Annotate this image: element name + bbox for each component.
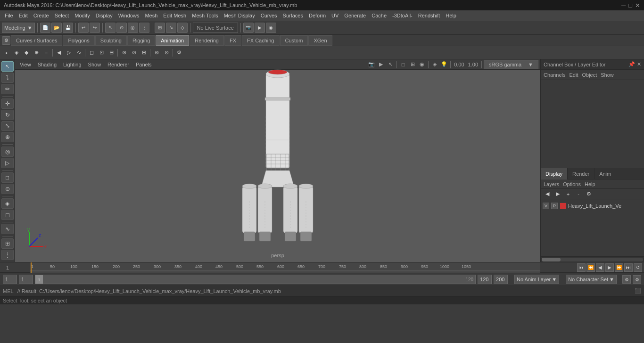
vp-panels-menu[interactable]: Panels — [133, 62, 155, 67]
menu-3dto[interactable]: -3DtoAll- — [389, 13, 415, 18]
menu-rendshift[interactable]: Rendshift — [415, 13, 443, 18]
frame-max-field[interactable]: 200 — [494, 275, 508, 284]
bend-btn[interactable]: ∿ — [1, 224, 14, 234]
tab-rigging[interactable]: Rigging — [127, 35, 155, 46]
scroll-thumb[interactable] — [542, 258, 561, 261]
set-key-icon[interactable]: ◀ — [54, 48, 64, 57]
redo-btn[interactable]: ↪ — [90, 23, 100, 33]
menu-uv[interactable]: UV — [329, 13, 341, 18]
layer-tab-display[interactable]: Display — [541, 168, 568, 180]
menu-surfaces[interactable]: Surfaces — [280, 13, 306, 18]
no-anim-layer-dropdown[interactable]: No Anim Layer ▼ — [514, 275, 559, 284]
snap-surface-btn[interactable]: ⊞ — [1, 238, 14, 249]
scroll-track[interactable] — [542, 258, 643, 261]
layer-remove-btn[interactable]: - — [574, 189, 583, 199]
vp-view-menu[interactable]: View — [17, 62, 34, 67]
lasso-btn[interactable]: ⊙ — [116, 23, 127, 33]
step-fwd-btn[interactable]: ⏩ — [615, 263, 623, 272]
key-all-icon[interactable]: ▪ — [2, 48, 11, 57]
tab-curves-surfaces[interactable]: Curves / Surfaces — [11, 35, 62, 46]
menu-help[interactable]: Help — [443, 13, 459, 18]
lasso-tool-btn[interactable]: ⊙ — [1, 184, 14, 194]
tab-sculpting[interactable]: Sculpting — [95, 35, 127, 46]
gear-icon[interactable]: ⚙ — [2, 36, 10, 45]
save-file-btn[interactable]: 💾 — [63, 23, 73, 33]
loop-btn[interactable]: ↺ — [634, 263, 642, 272]
menu-deform[interactable]: Deform — [306, 13, 329, 18]
goto-start-btn[interactable]: ⏮ — [577, 263, 586, 272]
options-menu[interactable]: Options — [563, 181, 581, 187]
key-options-btn[interactable]: ⚙ — [622, 275, 631, 284]
channel-box-pin-icon[interactable]: 📌 — [628, 61, 635, 67]
vp-texture-icon[interactable]: ◈ — [430, 60, 439, 69]
vp-wireframe-icon[interactable]: ⊞ — [408, 60, 417, 69]
key-selected-icon[interactable]: ◈ — [12, 48, 21, 57]
tab-rendering[interactable]: Rendering — [190, 35, 224, 46]
vp-shading-menu[interactable]: Shading — [35, 62, 59, 67]
goto-end-btn[interactable]: ⏭ — [624, 263, 633, 272]
rotate-btn[interactable]: ↻ — [1, 110, 14, 120]
channels-tab[interactable]: Channels — [544, 72, 565, 78]
tab-polygons[interactable]: Polygons — [63, 35, 94, 46]
open-file-btn[interactable]: 📂 — [51, 23, 62, 33]
breakdown-icon[interactable]: ⊕ — [32, 48, 41, 57]
maximize-button[interactable]: □ — [628, 2, 632, 9]
vp-select-icon[interactable]: ↖ — [386, 60, 395, 69]
vp-renderer-menu[interactable]: Renderer — [105, 62, 132, 67]
camera-btn[interactable]: 📷 — [243, 23, 254, 33]
viewport-canvas[interactable]: x y z persp — [15, 70, 540, 262]
tab-fx[interactable]: FX — [224, 35, 241, 46]
soft-mod-btn[interactable]: ◎ — [1, 147, 14, 157]
menu-generate[interactable]: Generate — [341, 13, 369, 18]
layer-tab-render[interactable]: Render — [568, 168, 594, 180]
key-shape-icon[interactable]: ◆ — [22, 48, 31, 57]
show-manip-btn[interactable]: ▷ — [1, 158, 14, 168]
object-tab[interactable]: Object — [582, 72, 597, 78]
select-btn[interactable]: ↖ — [105, 23, 116, 33]
char-set-options-btn[interactable]: ⚙ — [633, 275, 641, 284]
vp-cam-icon[interactable]: 📷 — [367, 60, 376, 69]
layers-menu[interactable]: Layers — [544, 181, 559, 187]
tab-xgen[interactable]: XGen — [308, 35, 332, 46]
nonlinear-icon[interactable]: ⊘ — [129, 48, 139, 57]
menu-cache[interactable]: Cache — [369, 13, 389, 18]
layer-add-btn[interactable]: + — [563, 189, 573, 199]
vp-light-icon[interactable]: 💡 — [440, 60, 448, 69]
menu-windows[interactable]: Windows — [116, 13, 142, 18]
new-file-btn[interactable]: 📄 — [40, 23, 50, 33]
vp-anim-icon[interactable]: ▶ — [377, 60, 385, 69]
menu-mesh[interactable]: Mesh — [142, 13, 160, 18]
motion-trail-icon[interactable]: ⊡ — [97, 48, 106, 57]
layer-options-btn[interactable]: ⚙ — [584, 189, 594, 199]
snap-grid-btn[interactable]: ⊞ — [155, 23, 165, 33]
layer-color-swatch[interactable] — [560, 203, 566, 209]
render-btn[interactable]: ▶ — [255, 23, 265, 33]
play-back-btn[interactable]: ◀ — [596, 263, 604, 272]
menu-edit[interactable]: Edit — [16, 13, 31, 18]
scale-btn[interactable]: ⤡ — [1, 121, 14, 131]
undo-btn[interactable]: ↩ — [78, 23, 89, 33]
vp-lighting-menu[interactable]: Lighting — [60, 62, 84, 67]
menu-curves[interactable]: Curves — [258, 13, 280, 18]
help-menu[interactable]: Help — [585, 181, 595, 187]
marquee-select-btn[interactable]: □ — [1, 172, 14, 183]
rect-btn[interactable]: ◻ — [1, 210, 14, 220]
tab-animation[interactable]: Animation — [156, 35, 189, 46]
frame-start-field[interactable]: 1 — [3, 275, 17, 284]
vp-display-icon[interactable]: □ — [399, 60, 407, 69]
menu-select[interactable]: Select — [52, 13, 72, 18]
snap-btn[interactable]: ⋮ — [139, 23, 149, 33]
edit-tab[interactable]: Edit — [569, 72, 578, 78]
constraint-icon[interactable]: ⊗ — [152, 48, 161, 57]
playback-options-icon[interactable]: ⚙ — [174, 48, 184, 57]
channel-box-close-icon[interactable]: ✕ — [637, 61, 641, 67]
menu-edit-mesh[interactable]: Edit Mesh — [160, 13, 189, 18]
tab-fx-caching[interactable]: FX Caching — [242, 35, 279, 46]
tab-custom[interactable]: Custom — [280, 35, 308, 46]
select-tool-btn[interactable]: ↖ — [1, 61, 14, 72]
layer-visibility[interactable]: V — [543, 203, 549, 209]
ghost-icon[interactable]: ◻ — [87, 48, 96, 57]
menu-create[interactable]: Create — [31, 13, 52, 18]
minimize-button[interactable]: ─ — [621, 2, 626, 9]
show-tab[interactable]: Show — [601, 72, 614, 78]
